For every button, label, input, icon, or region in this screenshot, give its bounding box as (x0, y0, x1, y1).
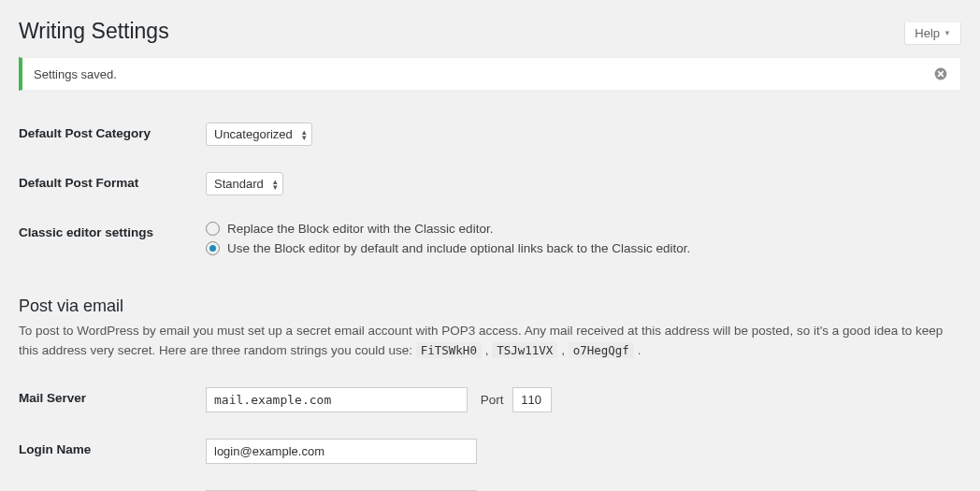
label-default-post-format: Default Post Format (19, 159, 206, 209)
section-heading-post-via-email: Post via email (19, 296, 961, 316)
random-string-1: FiTSWkH0 (416, 342, 482, 358)
label-mail-server: Mail Server (19, 374, 206, 426)
help-label: Help (915, 26, 940, 40)
select-default-post-category[interactable]: Uncategorized (206, 123, 312, 146)
help-tab[interactable]: Help ▼ (904, 22, 961, 45)
input-port[interactable] (512, 387, 552, 412)
label-classic-editor-settings: Classic editor settings (19, 209, 206, 274)
post-via-email-description: To post to WordPress by email you must s… (19, 322, 961, 361)
label-login-name: Login Name (19, 426, 206, 477)
notice-message: Settings saved. (34, 67, 117, 81)
select-default-post-format[interactable]: Standard (206, 172, 283, 195)
desc-text: To post to WordPress by email you must s… (19, 324, 943, 357)
notice-dismiss-button[interactable] (932, 65, 949, 82)
input-mail-server[interactable] (206, 387, 468, 412)
notice-saved: Settings saved. (19, 57, 961, 91)
chevron-down-icon: ▼ (944, 29, 951, 37)
random-string-3: o7HegQgf (569, 342, 634, 358)
radio-classic-block-default[interactable] (206, 241, 220, 255)
label-port: Port (481, 393, 504, 407)
radio-label-classic-replace: Replace the Block editor with the Classi… (227, 222, 493, 236)
radio-label-classic-block-default: Use the Block editor by default and incl… (227, 241, 690, 255)
close-icon (933, 66, 948, 81)
input-login-name[interactable] (206, 439, 477, 464)
random-string-2: TSJw11VX (492, 342, 557, 358)
radio-classic-replace[interactable] (206, 222, 220, 236)
label-password: Password (19, 477, 206, 491)
page-title: Writing Settings (19, 19, 961, 44)
label-default-post-category: Default Post Category (19, 109, 206, 159)
